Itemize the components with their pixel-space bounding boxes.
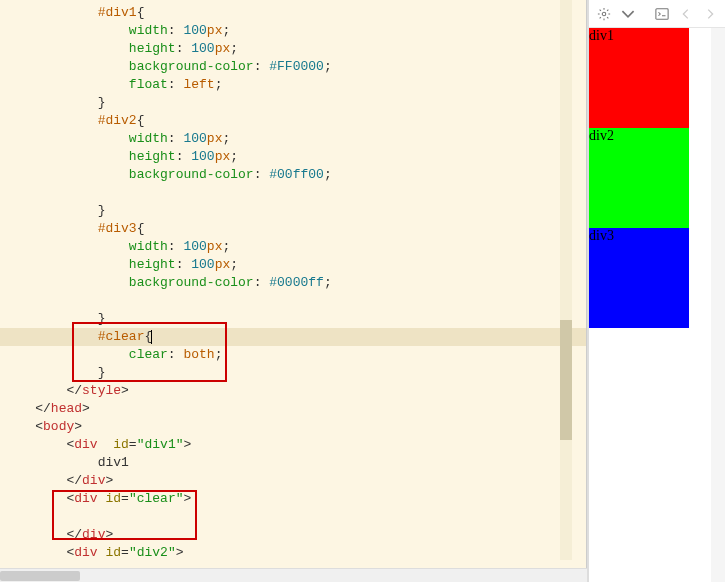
preview-scrollbar[interactable] [711,28,725,582]
console-icon[interactable] [655,7,669,21]
preview-pane: div1 div2 div3 [587,0,725,582]
css-selector: #div1 [98,5,137,20]
preview-div3: div3 [589,228,689,328]
css-prop: height [129,41,176,56]
editor-scrollbar-track[interactable] [560,0,572,560]
editor-scrollbar-thumb[interactable] [560,320,572,440]
code-content[interactable]: #div1{ width: 100px; height: 100px; back… [0,0,586,560]
css-prop: background-color [129,59,254,74]
text-cursor [151,330,152,344]
gear-icon[interactable] [597,7,611,21]
css-selector: #clear [98,329,145,344]
css-prop: width [129,23,168,38]
css-prop: float [129,77,168,92]
css-selector: #div2 [98,113,137,128]
preview-div1: div1 [589,28,689,128]
chevron-down-icon[interactable] [621,7,635,21]
preview-div2: div2 [589,128,689,228]
code-editor-pane[interactable]: #div1{ width: 100px; height: 100px; back… [0,0,587,582]
css-selector: #div3 [98,221,137,236]
preview-div1-label: div1 [589,28,614,43]
svg-rect-1 [656,8,668,19]
horizontal-scrollbar-thumb[interactable] [0,571,80,581]
preview-div3-label: div3 [589,228,614,243]
svg-point-0 [602,12,606,16]
forward-arrow-icon[interactable] [703,7,717,21]
preview-body: div1 div2 div3 [589,28,725,328]
preview-div2-label: div2 [589,128,614,143]
preview-toolbar [589,0,725,28]
back-arrow-icon[interactable] [679,7,693,21]
css-prop: clear [129,347,168,362]
horizontal-scrollbar[interactable] [0,568,595,582]
